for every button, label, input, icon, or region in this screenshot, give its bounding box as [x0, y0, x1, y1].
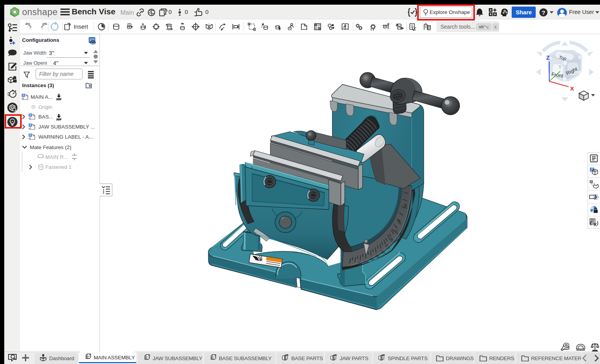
svg-text:Configurations: Configurations: [22, 37, 59, 43]
svg-text:Z: Z: [546, 54, 550, 61]
svg-text:4": 4": [53, 60, 58, 66]
svg-text:Mate Features (2): Mate Features (2): [30, 144, 71, 150]
svg-text:BAS...: BAS...: [38, 114, 53, 120]
svg-text:WARNING LABEL - A...: WARNING LABEL - A...: [38, 134, 93, 140]
svg-text:X: X: [570, 85, 574, 92]
svg-text:Origin: Origin: [38, 104, 52, 110]
svg-text:Fastened 1: Fastened 1: [45, 164, 72, 170]
svg-text:MAIN A...: MAIN A...: [31, 94, 53, 100]
svg-text:?: ?: [542, 9, 545, 16]
svg-text:JAW SUBASSEMBLY ...: JAW SUBASSEMBLY ...: [38, 124, 95, 130]
svg-text:Instances (3): Instances (3): [22, 82, 54, 88]
svg-text:MAIN R...: MAIN R...: [45, 154, 68, 160]
svg-text:3": 3": [49, 50, 54, 56]
svg-text:Jaw Openi: Jaw Openi: [23, 60, 47, 66]
svg-text:Jaw Width: Jaw Width: [23, 50, 46, 56]
svg-text:90°: 90°: [403, 203, 408, 209]
svg-text:Y: Y: [558, 64, 562, 70]
